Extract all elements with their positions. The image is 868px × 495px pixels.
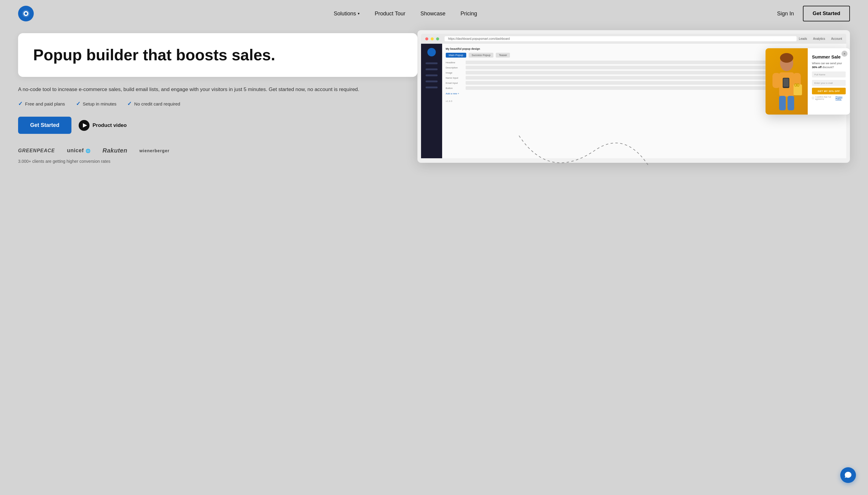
logo-rakuten: Rakuten bbox=[103, 147, 127, 154]
nav-links: Solutions ▾ Product Tour Showcase Pricin… bbox=[34, 11, 777, 17]
db-tab-teaser[interactable]: Teaser bbox=[496, 53, 510, 57]
nav-link-showcase[interactable]: Showcase bbox=[420, 11, 446, 17]
client-tagline: 3.000+ clients are getting higher conver… bbox=[18, 159, 417, 164]
browser-bar: https://dashboard.popupsmart.com/dashboa… bbox=[421, 34, 846, 44]
nav-right: Sign In Get Started bbox=[777, 6, 850, 21]
browser-dot-green bbox=[436, 37, 439, 40]
popup-privacy: I confirm that I've agreed to Privacy Po… bbox=[812, 96, 846, 100]
svg-point-2 bbox=[25, 12, 27, 15]
privacy-radio[interactable] bbox=[812, 97, 814, 99]
popup-overlay: × bbox=[765, 48, 850, 115]
popup-cta-button[interactable]: GET MY 30% OFF bbox=[812, 88, 846, 95]
db-sidebar-item bbox=[426, 63, 438, 64]
hero-right: https://dashboard.popupsmart.com/dashboa… bbox=[417, 30, 850, 163]
nav-item-solutions[interactable]: Solutions ▾ bbox=[334, 11, 360, 17]
chevron-down-icon: ▾ bbox=[358, 12, 360, 16]
hero-actions: Get Started Product video bbox=[18, 117, 417, 134]
nav-link-pricing[interactable]: Pricing bbox=[461, 11, 477, 17]
logo-unicef: unicef 🌐 bbox=[67, 148, 90, 154]
check-icon-1: ✓ bbox=[18, 100, 23, 107]
browser-url-bar[interactable]: https://dashboard.popupsmart.com/dashboa… bbox=[445, 36, 797, 41]
popup-content-area: Summer Sale Where can we send your 30% o… bbox=[808, 48, 850, 115]
logo-greenpeace: Greenpeace bbox=[18, 148, 55, 153]
db-form-label: Image bbox=[446, 71, 464, 74]
db-form-label: Description bbox=[446, 66, 464, 69]
person-illustration bbox=[770, 51, 803, 112]
hero-section: Popup builder that boosts sales. A no-co… bbox=[0, 27, 868, 238]
nav-get-started-button[interactable]: Get Started bbox=[803, 6, 850, 21]
popup-fullname-input[interactable]: Full Name bbox=[812, 71, 846, 78]
logo-icon bbox=[21, 9, 31, 18]
db-form-label: Email Input bbox=[446, 82, 464, 84]
nav-item-analytics: Analytics bbox=[813, 37, 825, 40]
client-logos: Greenpeace unicef 🌐 Rakuten wienerberger bbox=[18, 147, 417, 154]
db-sidebar-item bbox=[426, 86, 438, 88]
nav-item-account: Account bbox=[831, 37, 842, 40]
nav-link-solutions[interactable]: Solutions ▾ bbox=[334, 11, 360, 17]
check-item-setup: ✓ Setup in minutes bbox=[76, 100, 117, 107]
db-tab-main[interactable]: Main Popup bbox=[446, 53, 466, 57]
db-form-label: Button bbox=[446, 87, 464, 89]
browser-dot-red bbox=[425, 37, 428, 40]
svg-rect-11 bbox=[787, 96, 794, 110]
db-form-label: Headline bbox=[446, 61, 464, 64]
popup-title: Summer Sale bbox=[812, 54, 846, 60]
hero-left: Popup builder that boosts sales. A no-co… bbox=[18, 33, 417, 164]
browser-nav-items: Leads Analytics Account bbox=[799, 37, 842, 40]
nav-item-pricing[interactable]: Pricing bbox=[461, 11, 477, 17]
logo[interactable] bbox=[18, 6, 34, 21]
check-icon-2: ✓ bbox=[76, 100, 81, 107]
product-video-button[interactable]: Product video bbox=[79, 120, 126, 131]
svg-rect-16 bbox=[783, 79, 789, 87]
step-version: v1.8.6 bbox=[446, 100, 452, 102]
navbar: Solutions ▾ Product Tour Showcase Pricin… bbox=[0, 0, 868, 27]
hero-card: Popup builder that boosts sales. bbox=[18, 33, 417, 77]
popup-email-input[interactable]: Enter your e-mail bbox=[812, 80, 846, 86]
youtube-icon bbox=[79, 120, 89, 131]
svg-point-6 bbox=[780, 53, 793, 63]
hero-title: Popup builder that boosts sales. bbox=[33, 47, 402, 64]
svg-rect-10 bbox=[779, 96, 786, 110]
db-sidebar-item bbox=[426, 74, 438, 76]
chat-bubble-button[interactable] bbox=[840, 467, 856, 483]
check-label-2: Setup in minutes bbox=[83, 101, 117, 106]
check-label-3: No credit card required bbox=[134, 101, 180, 106]
hero-checks: ✓ Free and paid plans ✓ Setup in minutes… bbox=[18, 100, 417, 107]
popup-close-button[interactable]: × bbox=[841, 51, 848, 57]
nav-item-leads: Leads bbox=[799, 37, 807, 40]
db-sidebar bbox=[421, 44, 442, 158]
nav-item-product-tour[interactable]: Product Tour bbox=[375, 11, 405, 17]
browser-dot-yellow bbox=[431, 37, 434, 40]
check-icon-3: ✓ bbox=[127, 100, 132, 107]
db-sidebar-logo bbox=[427, 48, 436, 56]
logo-wienerberger: wienerberger bbox=[139, 148, 169, 153]
svg-rect-8 bbox=[772, 73, 780, 88]
hero-get-started-button[interactable]: Get Started bbox=[18, 117, 71, 134]
logo-circle bbox=[18, 6, 34, 21]
nav-link-product-tour[interactable]: Product Tour bbox=[375, 11, 405, 17]
chat-icon bbox=[844, 471, 852, 479]
nav-item-showcase[interactable]: Showcase bbox=[420, 11, 446, 17]
popup-image-area bbox=[765, 48, 808, 115]
sign-in-link[interactable]: Sign In bbox=[777, 11, 794, 17]
db-sidebar-item bbox=[426, 68, 438, 70]
popup-desc: Where can we send your 30% off discount? bbox=[812, 62, 846, 69]
db-form-label: Name Input bbox=[446, 76, 464, 79]
check-label-1: Free and paid plans bbox=[25, 101, 65, 106]
db-tab-success[interactable]: Success Popup bbox=[469, 53, 494, 57]
check-item-no-credit: ✓ No credit card required bbox=[127, 100, 180, 107]
client-section: Greenpeace unicef 🌐 Rakuten wienerberger… bbox=[18, 147, 417, 164]
hero-subtitle: A no-code tool to increase e-commerce sa… bbox=[18, 85, 417, 94]
check-item-free-plans: ✓ Free and paid plans bbox=[18, 100, 65, 107]
product-video-label: Product video bbox=[92, 122, 126, 129]
privacy-link[interactable]: Privacy Policy. bbox=[835, 96, 846, 100]
db-sidebar-item bbox=[426, 81, 438, 82]
dashboard-mockup: https://dashboard.popupsmart.com/dashboa… bbox=[417, 30, 850, 163]
popup-image-placeholder bbox=[765, 48, 808, 115]
